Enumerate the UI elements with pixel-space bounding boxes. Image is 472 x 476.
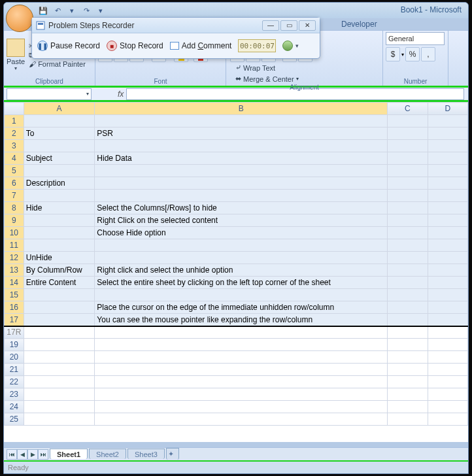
row-20[interactable]: 20 <box>5 351 468 364</box>
row-header-12[interactable]: 12 <box>5 252 24 264</box>
cell-B23[interactable] <box>95 388 388 401</box>
fx-icon[interactable]: fx <box>118 90 124 99</box>
cell-B25[interactable] <box>95 413 388 426</box>
row-header-19[interactable]: 19 <box>5 339 24 351</box>
row-header-21[interactable]: 21 <box>5 364 24 376</box>
cell-C23[interactable] <box>388 388 428 401</box>
row-22[interactable]: 22 <box>5 376 468 388</box>
row-2[interactable]: 2ToPSR <box>5 128 468 140</box>
row-header-16[interactable]: 16 <box>5 301 24 314</box>
row-1[interactable]: 1 <box>5 115 468 128</box>
row-5[interactable]: 5 <box>5 165 468 177</box>
cell-A20[interactable] <box>24 351 95 364</box>
cell-A24[interactable] <box>24 401 95 413</box>
row-header-14[interactable]: 14 <box>5 277 24 289</box>
psr-dropdown-icon[interactable]: ▾ <box>295 42 299 49</box>
row-header-3[interactable]: 3 <box>5 140 24 152</box>
psr-minimize-button[interactable]: — <box>262 20 279 31</box>
cell-D4[interactable] <box>428 152 468 165</box>
cell-A13[interactable]: By Column/Row <box>24 264 95 277</box>
row-12[interactable]: 12UnHide <box>5 252 468 264</box>
cell-B3[interactable] <box>95 140 388 152</box>
cell-A12[interactable]: UnHide <box>24 252 95 264</box>
currency-button[interactable]: $ <box>386 47 400 61</box>
row-header-24[interactable]: 24 <box>5 401 24 413</box>
cell-A25[interactable] <box>24 413 95 426</box>
row-24[interactable]: 24 <box>5 401 468 413</box>
cell-D8[interactable] <box>428 202 468 214</box>
qat-more[interactable]: ▾ <box>95 5 106 16</box>
cell-A5[interactable] <box>24 165 95 177</box>
cell-D22[interactable] <box>428 376 468 388</box>
cell-B13[interactable]: Right click and select the unhide option <box>95 264 388 277</box>
cell-A16[interactable] <box>24 301 95 314</box>
tab-nav-first[interactable]: ⏮ <box>7 449 17 460</box>
wrap-text-button[interactable]: ⤶Wrap Text <box>235 63 299 72</box>
format-painter-button[interactable]: 🖌Format Painter <box>29 60 86 68</box>
cell-D14[interactable] <box>428 277 468 289</box>
row-header-9[interactable]: 9 <box>5 214 24 227</box>
cell-C7[interactable] <box>388 190 428 202</box>
cell-C1[interactable] <box>388 115 428 128</box>
cell-D16[interactable] <box>428 301 468 314</box>
row-8[interactable]: 8HideSelect the Columns[/Rows] to hide <box>5 202 468 214</box>
cell-A7[interactable] <box>24 190 95 202</box>
cell-C25[interactable] <box>388 413 428 426</box>
cell-D13[interactable] <box>428 264 468 277</box>
col-header-D[interactable]: D <box>428 103 468 115</box>
cell-D12[interactable] <box>428 252 468 264</box>
row-3[interactable]: 3 <box>5 140 468 152</box>
tab-nav-last[interactable]: ⏭ <box>38 449 48 460</box>
cell-C21[interactable] <box>388 364 428 376</box>
cell-C9[interactable] <box>388 214 428 227</box>
cell-C13[interactable] <box>388 264 428 277</box>
row-header-13[interactable]: 13 <box>5 264 24 277</box>
cell-B16[interactable]: Place the cursor on the edge of the imme… <box>95 301 388 314</box>
cell-C20[interactable] <box>388 351 428 364</box>
cell-D5[interactable] <box>428 165 468 177</box>
comma-button[interactable]: , <box>421 47 435 61</box>
row-header-6[interactable]: 6 <box>5 177 24 190</box>
cell-D15[interactable] <box>428 289 468 301</box>
cell-B4[interactable]: Hide Data <box>95 152 388 165</box>
name-box[interactable]: ▾ <box>7 88 92 100</box>
cell-B22[interactable] <box>95 376 388 388</box>
row-header-25[interactable]: 25 <box>5 413 24 426</box>
cell-C6[interactable] <box>388 177 428 190</box>
redo-icon[interactable]: ↷ <box>81 5 92 16</box>
cell-B14[interactable]: Select the entire sheet by clicking on t… <box>95 277 388 289</box>
cell-A1[interactable] <box>24 115 95 128</box>
cell-D9[interactable] <box>428 214 468 227</box>
col-header-C[interactable]: C <box>388 103 428 115</box>
cell-B19[interactable] <box>95 339 388 351</box>
row-header-22[interactable]: 22 <box>5 376 24 388</box>
cell-A21[interactable] <box>24 364 95 376</box>
row-header-10[interactable]: 10 <box>5 227 24 239</box>
cell-A22[interactable] <box>24 376 95 388</box>
row-23[interactable]: 23 <box>5 388 468 401</box>
row-header-1[interactable]: 1 <box>5 115 24 128</box>
cell-B12[interactable] <box>95 252 388 264</box>
row-4[interactable]: 4SubjectHide Data <box>5 152 468 165</box>
percent-button[interactable]: % <box>405 47 420 61</box>
cell-B24[interactable] <box>95 401 388 413</box>
psr-close-button[interactable]: ✕ <box>299 20 316 31</box>
row-header-5[interactable]: 5 <box>5 165 24 177</box>
row-21[interactable]: 21 <box>5 364 468 376</box>
col-header-A[interactable]: A <box>24 103 95 115</box>
psr-titlebar[interactable]: Problem Steps Recorder — ▭ ✕ <box>32 18 320 33</box>
cell-A17[interactable] <box>24 314 95 326</box>
row-15[interactable]: 15 <box>5 289 468 301</box>
number-format-select[interactable]: General <box>386 32 445 45</box>
cell-C10[interactable] <box>388 227 428 239</box>
cell-A3[interactable] <box>24 140 95 152</box>
row-10[interactable]: 10Choose Hide option <box>5 227 468 239</box>
cell-D10[interactable] <box>428 227 468 239</box>
add-comment-button[interactable]: Add Comment <box>170 41 232 50</box>
cell-B21[interactable] <box>95 364 388 376</box>
cell-C8[interactable] <box>388 202 428 214</box>
row-header-15[interactable]: 15 <box>5 289 24 301</box>
row-19[interactable]: 19 <box>5 339 468 351</box>
cell-C11[interactable] <box>388 239 428 252</box>
cell-D24[interactable] <box>428 401 468 413</box>
